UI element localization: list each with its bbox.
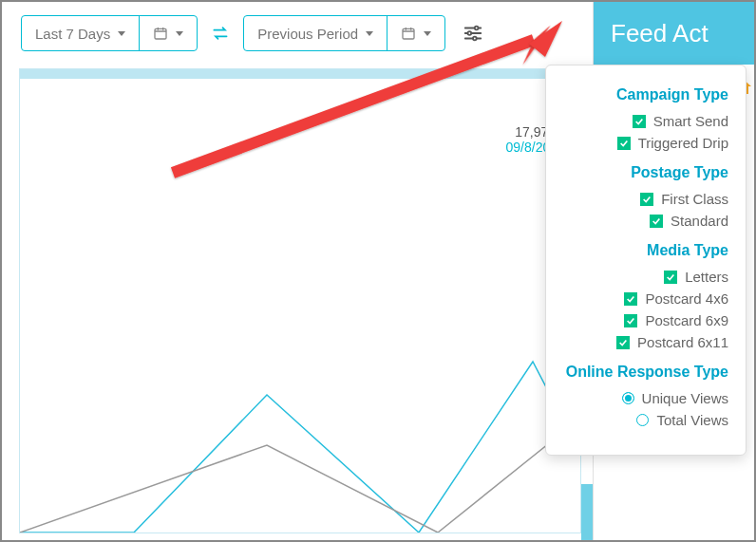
chevron-down-icon [424,31,431,36]
filter-option-label: Unique Views [642,390,728,406]
compare-range-dropdown[interactable]: Previous Period [244,16,387,50]
chart-header-strip [20,69,580,79]
filter-option-label: Postcard 6x11 [637,334,728,350]
date-range-group: Last 7 Days [21,15,198,51]
filter-option-label: Triggered Drip [638,135,728,151]
date-range-calendar-button[interactable] [139,16,197,50]
svg-rect-0 [155,28,166,39]
filter-section-title: Postage Type [563,164,728,181]
checkbox-checked-icon [640,193,653,206]
date-range-dropdown[interactable]: Last 7 Days [22,16,139,50]
filter-checkbox-row[interactable]: Smart Send [563,113,728,129]
filter-option-label: Postcard 6x9 [645,312,728,328]
filter-section-title: Online Response Type [563,364,728,381]
svg-point-3 [468,31,472,35]
sidebar-title: Feed Act [594,2,754,65]
filter-panel: Campaign Type Smart Send Triggered Drip … [545,65,747,456]
filter-option-label: First Class [661,191,728,207]
filter-option-label: Letters [685,269,728,285]
checkbox-checked-icon [616,336,630,349]
chevron-down-icon [366,31,373,36]
chevron-down-icon [118,31,125,36]
checkbox-checked-icon [617,137,631,150]
calendar-icon [153,26,168,41]
compare-range-label: Previous Period [257,26,358,42]
filter-checkbox-row[interactable]: Postcard 6x11 [563,334,728,350]
checkbox-checked-icon [624,314,637,327]
filter-option-label: Total Views [656,412,728,428]
filter-option-label: Postcard 4x6 [645,290,728,307]
checkbox-checked-icon [664,271,677,284]
chart-area: 17,97 09/8/202 [19,68,581,533]
filter-section-title: Campaign Type [563,86,728,103]
checkbox-checked-icon [650,215,663,228]
chart-series-b [20,417,581,533]
line-chart [20,314,581,533]
calendar-icon [401,26,416,41]
svg-point-4 [473,37,477,41]
date-range-label: Last 7 Days [35,26,110,42]
chevron-down-icon [176,31,183,36]
sliders-icon [463,23,483,44]
compare-range-calendar-button[interactable] [387,16,444,50]
filter-checkbox-row[interactable]: Postcard 6x9 [563,312,728,328]
filter-radio-row[interactable]: Unique Views [563,390,728,406]
svg-point-2 [475,27,479,30]
filter-toggle-button[interactable] [463,23,483,44]
chart-series-a [20,362,581,533]
radio-unselected-icon [636,414,649,426]
filter-section-title: Media Type [563,242,728,259]
compare-range-group: Previous Period [243,15,445,51]
filter-option-label: Smart Send [653,113,728,129]
filter-checkbox-row[interactable]: Standard [563,213,728,229]
filter-checkbox-row[interactable]: Letters [563,269,728,285]
filter-checkbox-row[interactable]: First Class [563,191,728,207]
radio-selected-icon [622,392,634,404]
svg-rect-1 [403,28,414,39]
checkbox-checked-icon [624,292,637,306]
filter-radio-row[interactable]: Total Views [563,412,728,428]
swap-button[interactable] [211,24,230,43]
filter-checkbox-row[interactable]: Postcard 4x6 [563,290,728,307]
filter-option-label: Standard [671,213,728,229]
filter-checkbox-row[interactable]: Triggered Drip [563,135,728,151]
checkbox-checked-icon [633,115,646,128]
swap-icon [211,24,230,43]
